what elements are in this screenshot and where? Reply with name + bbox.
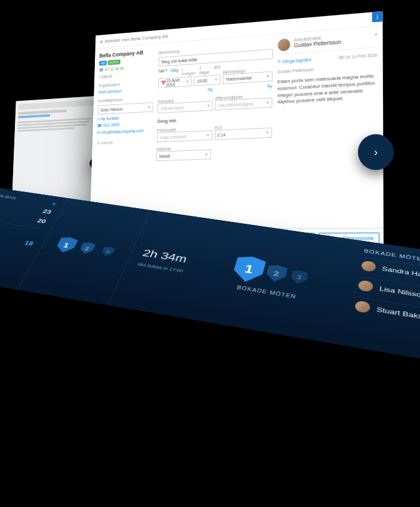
contact-mail[interactable]: ✉ info@bellacompany.com bbox=[97, 128, 153, 135]
new-link-1[interactable]: Ny bbox=[158, 87, 213, 95]
note-timestamp: 08:14 14 Feb 2016 bbox=[339, 52, 378, 60]
contact-phone[interactable]: ☎ 012-3456 bbox=[97, 121, 153, 128]
tab-today[interactable]: Idag bbox=[171, 68, 178, 77]
avatar bbox=[277, 38, 290, 51]
user-dropdown-icon[interactable]: ▾ bbox=[375, 32, 378, 45]
note-author: Gustav Pettersson bbox=[277, 63, 378, 74]
time-input[interactable]: 10:00 bbox=[194, 75, 220, 86]
company-badge-status: KUND bbox=[108, 60, 121, 65]
leaderboard-name: Stuart Bakster bbox=[376, 305, 420, 341]
date-input[interactable]: 📅 15 April 2016 bbox=[158, 76, 192, 88]
company-site: ⎋ bell.se bbox=[98, 71, 154, 79]
note-body: Etiam porta sem malesuada magna mollis e… bbox=[277, 73, 378, 106]
info-icon[interactable]: i bbox=[372, 11, 383, 23]
material-select[interactable]: Metall bbox=[156, 149, 211, 161]
add-contact-link[interactable]: + Ny kontakt bbox=[97, 114, 153, 121]
rank-count: 23 bbox=[42, 208, 53, 215]
shield-icon: 3 bbox=[100, 246, 115, 256]
avatar bbox=[354, 300, 370, 313]
next-button[interactable]: › bbox=[358, 134, 394, 170]
shield-icon: 1 bbox=[54, 236, 79, 254]
shield-icon: 3 bbox=[290, 269, 308, 285]
shield-icon: 1 bbox=[231, 255, 267, 285]
card-title: Aktivitet med Bella Company AB bbox=[104, 33, 168, 44]
company-badge: AB bbox=[99, 60, 107, 66]
history-link[interactable]: ⟳ Historik bbox=[97, 139, 152, 146]
tab-tomorrow[interactable]: I morgon bbox=[181, 67, 195, 76]
back-icon[interactable]: ◂ bbox=[100, 38, 103, 44]
tab-30d[interactable]: 30d bbox=[214, 65, 221, 74]
leaderboard-row: Stuart Bakster 10 bbox=[354, 297, 420, 350]
avatar bbox=[361, 260, 376, 272]
self-rank-count: 18 bbox=[23, 239, 35, 247]
new-link-2[interactable]: Ny bbox=[215, 84, 273, 91]
shield-icon: 2 bbox=[265, 264, 288, 283]
dash-left-count: 6 bbox=[52, 202, 57, 206]
contact-label: Kontaktperson bbox=[98, 95, 153, 103]
avatar bbox=[358, 280, 374, 292]
rank-count: 20 bbox=[36, 217, 48, 224]
dash-left-title: BOKADE MÖTEN DAG bbox=[0, 188, 17, 200]
shield-icon: 2 bbox=[78, 242, 96, 255]
contact-select[interactable]: Sven Nilsson bbox=[98, 102, 153, 115]
roi-input[interactable]: 2.14 bbox=[214, 128, 272, 140]
when-label: När? bbox=[158, 69, 167, 78]
insert-signature-link[interactable]: ✎ Infoga signatur bbox=[277, 57, 311, 64]
tab-7d[interactable]: 7 dagar bbox=[199, 66, 210, 75]
time-remaining: 2h 34m bbox=[141, 247, 189, 265]
org-link[interactable]: Sven persson bbox=[98, 86, 154, 94]
